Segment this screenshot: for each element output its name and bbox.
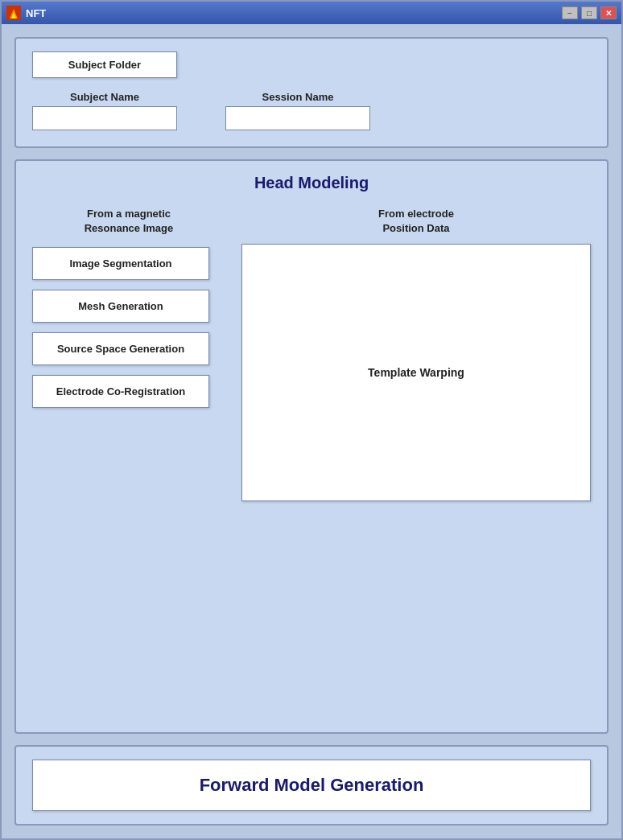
- forward-model-panel: Forward Model Generation: [14, 745, 609, 826]
- head-modeling-title: Head Modeling: [32, 174, 591, 192]
- minimize-button[interactable]: −: [562, 6, 578, 19]
- name-row: Subject Name Session Name: [32, 91, 591, 130]
- electrode-column-header: From electrode Position Data: [241, 207, 591, 236]
- subject-folder-button[interactable]: Subject Folder: [32, 51, 177, 78]
- subject-name-field: Subject Name: [32, 91, 177, 130]
- close-button[interactable]: ✕: [600, 6, 617, 19]
- head-modeling-panel: Head Modeling From a magnetic Resonance …: [14, 159, 609, 734]
- window-controls: − □ ✕: [562, 6, 617, 19]
- maximize-button[interactable]: □: [581, 6, 597, 19]
- mri-column-header: From a magnetic Resonance Image: [32, 207, 225, 236]
- app-icon: [6, 6, 21, 20]
- window-title: NFT: [26, 7, 46, 19]
- subject-name-label: Subject Name: [32, 91, 177, 103]
- electrode-column: From electrode Position Data Template Wa…: [241, 207, 591, 501]
- session-name-label: Session Name: [225, 91, 370, 103]
- mesh-generation-button[interactable]: Mesh Generation: [32, 290, 209, 323]
- template-warping-button[interactable]: Template Warping: [241, 244, 591, 501]
- head-modeling-body: From a magnetic Resonance Image Image Se…: [32, 207, 591, 501]
- subject-name-input[interactable]: [32, 106, 177, 130]
- titlebar-left: NFT: [6, 6, 46, 20]
- forward-model-generation-button[interactable]: Forward Model Generation: [32, 760, 591, 811]
- session-name-input[interactable]: [225, 106, 370, 130]
- mri-column: From a magnetic Resonance Image Image Se…: [32, 207, 225, 501]
- image-segmentation-button[interactable]: Image Segmentation: [32, 247, 209, 280]
- source-space-generation-button[interactable]: Source Space Generation: [32, 332, 209, 365]
- subject-panel: Subject Folder Subject Name Session Name: [14, 37, 609, 148]
- main-window: NFT − □ ✕ Subject Folder Subject Name Se…: [0, 0, 623, 840]
- session-name-field: Session Name: [225, 91, 370, 130]
- main-content: Subject Folder Subject Name Session Name…: [2, 24, 621, 838]
- electrode-coregistration-button[interactable]: Electrode Co-Registration: [32, 375, 209, 408]
- titlebar: NFT − □ ✕: [2, 2, 621, 24]
